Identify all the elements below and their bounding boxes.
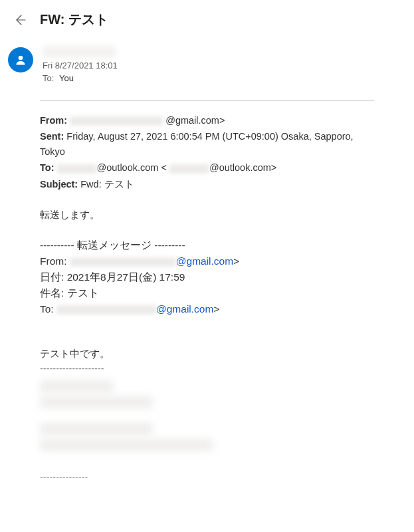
- sender-name-redacted: [43, 46, 116, 58]
- sig-redact-2: [40, 396, 153, 408]
- back-button[interactable]: [13, 13, 27, 27]
- email-subject: FW: テスト: [40, 11, 108, 29]
- fwd-from-domain-link[interactable]: @gmail.com: [176, 255, 233, 267]
- fwd-subject-label: 件名:: [40, 287, 64, 299]
- outer-to-redacted2: [169, 164, 209, 174]
- header-divider: [40, 100, 374, 101]
- outer-to-label: To:: [40, 162, 54, 173]
- outer-from-redacted: [70, 116, 163, 126]
- sig-dash-1: --------------------: [40, 361, 374, 376]
- body-line-forward: 転送します。: [40, 207, 374, 222]
- fwd-to-label: To:: [40, 303, 54, 315]
- outer-subject-label: Subject:: [40, 179, 78, 190]
- fwd-to-suffix: >: [213, 303, 219, 315]
- outer-to-redacted1: [57, 164, 97, 174]
- outer-sent-label: Sent:: [40, 131, 64, 142]
- outer-to-line: To: @outlook.com < @outlook.com>: [40, 160, 374, 175]
- fwd-from-redacted: [70, 257, 176, 267]
- fwd-date-label: 日付:: [40, 271, 64, 283]
- to-value: You: [59, 73, 74, 83]
- to-line: To: You: [43, 73, 395, 83]
- body-test-line: テスト中です。: [40, 346, 374, 361]
- outer-subject-line: Subject: Fwd: テスト: [40, 177, 374, 192]
- sig-redact-1: [40, 380, 113, 392]
- forward-separator: ---------- 転送メッセージ ---------: [40, 237, 374, 253]
- outer-from-line: From: @gmail.com>: [40, 113, 374, 128]
- sig-dash-2: ---------------: [40, 469, 374, 484]
- outer-from-label: From:: [40, 115, 67, 126]
- to-label: To:: [43, 73, 54, 83]
- outer-to-domain1: @outlook.com <: [97, 162, 167, 173]
- fwd-subject-line: 件名: テスト: [40, 285, 374, 301]
- outer-to-domain2: @outlook.com>: [209, 162, 276, 173]
- outer-sent-line: Sent: Friday, August 27, 2021 6:00:54 PM…: [40, 129, 374, 159]
- fwd-from-suffix: >: [233, 255, 239, 267]
- outer-from-domain: @gmail.com>: [165, 115, 225, 126]
- sender-avatar: [8, 47, 33, 72]
- fwd-date-line: 日付: 2021年8月27日(金) 17:59: [40, 269, 374, 285]
- fwd-to-domain-link[interactable]: @gmail.com: [156, 303, 213, 315]
- fwd-subject-value: テスト: [67, 287, 99, 299]
- fwd-to-redacted: [56, 305, 156, 315]
- outer-sent-value: Friday, August 27, 2021 6:00:54 PM (UTC+…: [40, 131, 354, 156]
- email-timestamp: Fri 8/27/2021 18:01: [43, 61, 395, 70]
- email-body: From: @gmail.com> Sent: Friday, August 2…: [0, 113, 414, 484]
- sig-redact-3: [40, 423, 153, 435]
- fwd-date-value: 2021年8月27日(金) 17:59: [67, 271, 185, 283]
- fwd-from-line: From: @gmail.com>: [40, 253, 374, 269]
- fwd-from-label: From:: [40, 255, 66, 267]
- svg-point-1: [19, 56, 23, 61]
- sig-redact-4: [40, 439, 213, 451]
- person-icon: [14, 53, 27, 66]
- outer-subject-value: Fwd: テスト: [80, 179, 134, 190]
- fwd-to-line: To: @gmail.com>: [40, 301, 374, 317]
